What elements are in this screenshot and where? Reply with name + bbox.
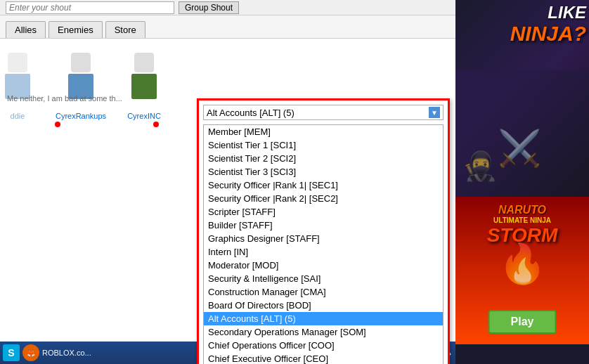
avatar-name[interactable]: CyrexINC [127,112,161,120]
play-button[interactable]: Play [488,310,557,334]
dropdown-item[interactable]: Member [MEM] [204,125,443,138]
avatar-head [71,53,91,72]
dropdown-item-selected[interactable]: Alt Accounts [ALT] (5) [204,312,443,325]
select-header-text: Alt Accounts [ALT] (5) [207,108,429,118]
dropdown-item[interactable]: Moderator [MOD] [204,259,443,272]
storm-ad[interactable]: NARUTO ULTIMATE NINJA STORM 🔥 Play [455,197,589,344]
avatar-head [8,53,27,72]
avatar-name[interactable]: CyrexRankups [56,112,106,120]
avatar-head [134,53,154,72]
ninja-ad-like-text: LIKE [510,4,586,22]
ninja-ad-ninja-text: NINJA? [510,22,586,45]
dropdown-item[interactable]: Scientist Tier 2 [SCI2] [204,152,443,165]
top-bar: Group Shout [0,0,455,15]
dropdown-item[interactable]: Scripter [STAFF] [204,205,443,219]
online-indicator-1 [55,122,60,127]
dropdown-item[interactable]: Scientist Tier 3 [SCI3] [204,165,443,178]
dropdown-item[interactable]: Scientist Tier 1 [SCI1] [204,138,443,152]
main-content: Group Shout Allies Enemies Store ddie [0,0,455,364]
avatar-body [131,74,157,99]
tab-enemies[interactable]: Enemies [48,21,103,38]
online-indicator-2 [153,122,159,127]
ninja-figure-icon: 🥷 [462,150,498,183]
skype-icon[interactable]: S [3,344,20,361]
dropdown-item[interactable]: Construction Manager [CMA] [204,285,443,299]
avatar-item: CyrexRankups [56,53,105,120]
dropdown-item[interactable]: Intern [IN] [204,245,443,259]
firefox-icon[interactable]: 🦊 [22,344,39,361]
group-shout-button[interactable]: Group Shout [179,1,239,14]
dropdown-item[interactable]: Chief Operations Officer [COO] [204,339,443,352]
avatar-figure [123,53,165,109]
dropdown-item[interactable]: Security Officer |Rank 2| [SEC2] [204,192,443,205]
dropdown-item[interactable]: Security Officer |Rank 1| [SEC1] [204,178,443,192]
avatar-name[interactable]: ddie [11,112,25,120]
ninja-characters-icon: ⚔️ [498,128,541,169]
members-area: ddie CyrexRankups CyrexINC Me neither, [0,39,455,134]
bottom-status-text: Me neither, I am bad at some th... [7,94,122,103]
nav-tabs: Allies Enemies Store [0,15,455,39]
ad-panel: LIKE NINJA? 🥷 ⚔️ NARUTO ULTIMATE NINJA S… [455,0,589,364]
shout-input[interactable] [6,1,174,14]
tab-store[interactable]: Store [105,21,145,38]
select-header[interactable]: Alt Accounts [ALT] (5) ▼ [203,105,444,120]
ninja-ad-top[interactable]: LIKE NINJA? 🥷 ⚔️ [455,0,589,197]
dropdown-item[interactable]: Chief Executive Officer [CEO] [204,352,443,364]
dropdown-item[interactable]: Secondary Operations Manager [SOM] [204,325,443,339]
avatar-item: ddie [0,53,42,120]
firefox-tab-label[interactable]: ROBLOX.co... [42,349,91,357]
dropdown-item[interactable]: Board Of Directors [BOD] [204,299,443,312]
tab-allies[interactable]: Allies [6,21,46,38]
storm-naruto-text: NARUTO [487,204,558,216]
dropdown-item[interactable]: Builder [STAFF] [204,219,443,232]
dropdown-item[interactable]: Graphics Designer [STAFF] [204,232,443,245]
dropdown-list: Member [MEM] Scientist Tier 1 [SCI1] Sci… [203,124,444,364]
storm-character-icon: 🔥 [498,241,547,287]
avatar-item: CyrexINC [119,53,169,120]
dropdown-item[interactable]: Security & Intelligence [SAI] [204,272,443,285]
dropdown-arrow-icon: ▼ [429,107,440,118]
rank-dropdown-overlay: Alt Accounts [ALT] (5) ▼ Member [MEM] Sc… [197,98,450,364]
